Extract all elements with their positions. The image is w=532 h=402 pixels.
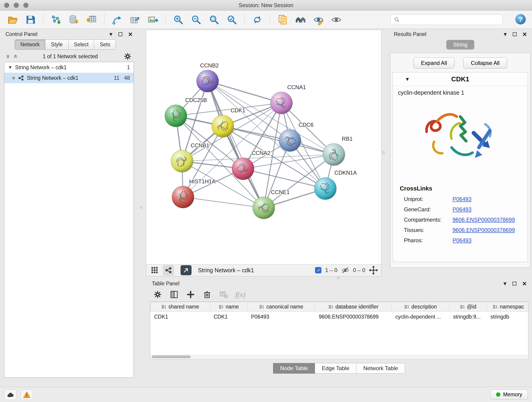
zoom-selected-button[interactable] <box>224 12 239 27</box>
close-panel-icon[interactable]: × <box>523 31 527 38</box>
show-columns-button[interactable] <box>169 290 179 299</box>
collapse-all-button[interactable]: Collapse All <box>463 57 507 69</box>
tab-network[interactable]: Network <box>15 39 45 50</box>
string-results-tab[interactable]: String <box>446 40 475 50</box>
expand-all-icon[interactable]: » <box>12 55 17 58</box>
uniprot-link[interactable]: P06493 <box>452 196 472 202</box>
column-header[interactable]: @id <box>450 302 487 312</box>
collection-expand-icon[interactable]: ▼ <box>8 65 12 70</box>
tissues-link[interactable]: 9606.ENSP00000378699 <box>452 227 515 233</box>
open-in-new-window-button[interactable] <box>181 265 191 275</box>
memory-indicator[interactable]: Memory <box>490 390 528 400</box>
network-row[interactable]: String Network – cdk1 11 48 <box>4 73 133 83</box>
panel-menu-icon[interactable]: ▾ <box>504 31 507 37</box>
network-node-cdc6[interactable] <box>279 129 301 152</box>
compartments-link[interactable]: 9606.ENSP00000378699 <box>452 217 515 223</box>
delete-column-button[interactable] <box>202 290 212 299</box>
pharos-link[interactable]: P06493 <box>452 237 472 244</box>
zoom-fit-button[interactable] <box>206 12 222 27</box>
cloud-status-button[interactable] <box>4 389 17 400</box>
neighborhood-button[interactable] <box>293 12 308 27</box>
expand-all-button[interactable]: Expand All <box>413 57 455 69</box>
network-edge[interactable] <box>183 197 264 208</box>
float-panel-icon[interactable] <box>119 32 122 36</box>
edge-table-tab[interactable]: Edge Table <box>315 363 356 374</box>
cell-description[interactable]: cyclin-dependent ... <box>392 312 450 322</box>
network-node-cdk1[interactable] <box>212 115 234 137</box>
network-node-cdc25b[interactable] <box>165 105 187 127</box>
collapse-all-icon[interactable]: » <box>6 55 11 58</box>
network-node-hist1h1a[interactable] <box>172 186 194 208</box>
left-splitter-handle[interactable] <box>140 206 143 209</box>
help-button[interactable]: ? <box>514 13 527 26</box>
panel-menu-icon[interactable]: ▾ <box>109 31 113 37</box>
cell-canonical-name[interactable]: P06493 <box>247 312 315 322</box>
network-node-cdkn1a[interactable] <box>314 177 336 199</box>
export-image-button[interactable] <box>145 12 160 27</box>
node-table[interactable]: shared name name canonical name database… <box>150 302 528 359</box>
minimize-window-button[interactable] <box>14 3 19 8</box>
network-table-tab[interactable]: Network Table <box>356 363 405 374</box>
cell-id[interactable]: stringdb:9... <box>450 312 487 322</box>
import-table-file-button[interactable] <box>84 12 99 27</box>
network-node-rb1[interactable] <box>323 143 345 166</box>
cell-namespace[interactable]: stringdb <box>487 312 529 322</box>
network-node-ccnb2[interactable] <box>196 70 219 92</box>
import-network-database-button[interactable] <box>66 12 81 27</box>
warning-status-button[interactable] <box>21 389 33 400</box>
copy-document-button[interactable] <box>275 12 290 27</box>
zoom-in-button[interactable] <box>171 12 186 27</box>
network-edge[interactable] <box>223 126 334 154</box>
apply-layout-button[interactable] <box>250 12 265 27</box>
cell-shared-name[interactable]: CDK1 <box>151 312 210 322</box>
save-session-button[interactable] <box>23 12 38 27</box>
genecard-link[interactable]: P06493 <box>452 206 472 213</box>
column-header[interactable]: name <box>210 302 247 312</box>
hide-annotation-button[interactable] <box>311 12 326 27</box>
pan-tool-icon[interactable] <box>369 266 378 275</box>
network-options-gear-icon[interactable] <box>124 52 132 60</box>
column-header[interactable]: database identifier <box>315 302 392 312</box>
network-node-ccne1[interactable] <box>253 197 275 219</box>
column-header[interactable]: description <box>392 302 450 312</box>
float-panel-icon[interactable] <box>513 282 516 286</box>
export-network-button[interactable] <box>109 12 125 27</box>
delete-table-button[interactable] <box>219 290 228 299</box>
tab-sets[interactable]: Sets <box>94 39 116 50</box>
right-splitter-handle[interactable] <box>382 151 385 154</box>
search-box[interactable] <box>390 14 503 25</box>
network-edge[interactable] <box>208 81 281 103</box>
zoom-out-button[interactable] <box>189 12 204 27</box>
grid-view-button[interactable] <box>149 265 160 275</box>
horizontal-splitter-handle[interactable] <box>337 276 340 279</box>
collapse-gene-icon[interactable]: ▼ <box>405 76 410 82</box>
node-table-tab[interactable]: Node Table <box>273 363 315 374</box>
network-collection-row[interactable]: ▼ String Network – cdk1 1 <box>4 62 133 73</box>
tab-select[interactable]: Select <box>69 39 94 50</box>
network-node-ccna1[interactable] <box>270 92 292 114</box>
open-session-button[interactable] <box>5 12 20 27</box>
column-header[interactable]: canonical name <box>247 302 315 312</box>
network-canvas[interactable]: CCNB2CCNA1CDC25BCDK1CDC6RB1CCNB1CCNA2CDK… <box>146 30 381 264</box>
column-header[interactable]: shared name <box>151 302 210 312</box>
table-row[interactable]: CDK1 CDK1 P06493 9606.ENSP00000378699 cy… <box>151 312 529 322</box>
create-column-button[interactable] <box>186 290 196 299</box>
import-network-file-button[interactable] <box>48 12 63 27</box>
network-view-mode-button[interactable] <box>163 265 174 275</box>
network-graph[interactable]: CCNB2CCNA1CDC25BCDK1CDC6RB1CCNB1CCNA2CDK… <box>146 30 381 264</box>
column-header[interactable]: namespac <box>487 302 529 312</box>
close-window-button[interactable] <box>4 3 9 8</box>
zoom-window-button[interactable] <box>23 3 28 8</box>
network-edge[interactable] <box>208 81 264 208</box>
search-input[interactable] <box>402 17 499 23</box>
network-node-ccna2[interactable] <box>232 158 254 180</box>
close-panel-icon[interactable]: × <box>128 31 133 38</box>
table-options-button[interactable] <box>153 290 162 299</box>
network-node-ccnb1[interactable] <box>171 150 193 172</box>
tab-style[interactable]: Style <box>45 39 68 50</box>
panel-menu-icon[interactable]: ▾ <box>503 281 507 287</box>
export-table-button[interactable] <box>127 12 143 27</box>
cell-database-identifier[interactable]: 9606.ENSP00000378699 <box>315 312 392 322</box>
scrollbar-thumb[interactable] <box>152 356 191 358</box>
float-panel-icon[interactable] <box>513 32 517 36</box>
